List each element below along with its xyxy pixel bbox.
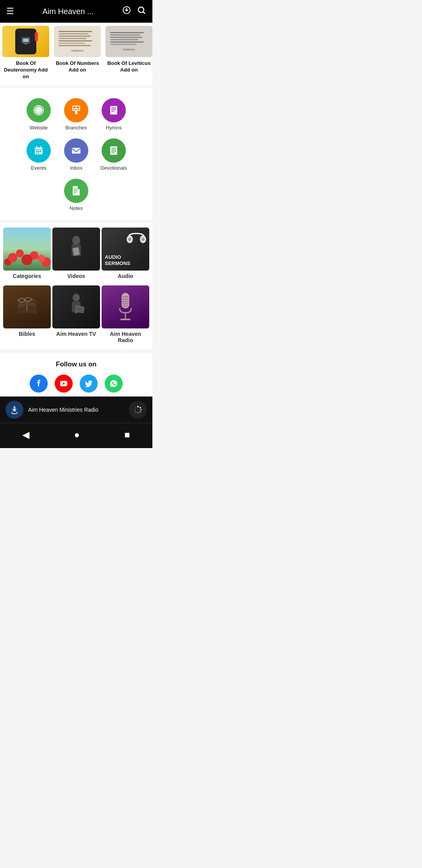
svg-rect-14 [73, 109, 75, 110]
svg-rect-4 [23, 39, 29, 42]
svg-point-64 [73, 294, 80, 301]
media-card-tv[interactable]: Aim Heaven TV [52, 285, 100, 346]
bottom-navigation: ◀ ● ■ [0, 423, 152, 448]
book-cover-numbers: Holiness [54, 26, 101, 57]
events-label: Events [31, 165, 46, 171]
media-img-videos [52, 228, 100, 271]
svg-point-87 [135, 407, 136, 408]
svg-point-68 [75, 310, 78, 314]
book-card-numbers[interactable]: Holiness Book Of Numbers Add on [52, 23, 103, 86]
menu-icon[interactable]: ☰ [6, 6, 14, 16]
icon-item-hymns[interactable]: Hymns [95, 95, 132, 135]
svg-point-82 [140, 409, 142, 411]
media-img-tv [52, 285, 100, 328]
svg-rect-5 [24, 43, 28, 44]
media-card-audio[interactable]: AUDIOSERMONS Audio [102, 228, 149, 282]
icon-item-website[interactable]: Website [20, 95, 57, 135]
icon-item-notes[interactable]: Notes [57, 176, 95, 216]
devotionals-label: Devotionals [100, 165, 127, 171]
media-img-radio [102, 285, 149, 328]
home-button[interactable]: ● [66, 428, 88, 442]
branches-icon [64, 98, 88, 122]
media-row-1: Categories Videos [2, 226, 151, 284]
book-label-numbers: Book Of Numbers Add on [54, 60, 101, 74]
svg-rect-33 [38, 153, 39, 154]
icon-item-events[interactable]: Events [20, 135, 57, 176]
svg-point-81 [139, 407, 141, 408]
notes-label: Notes [70, 205, 83, 211]
svg-point-1 [138, 7, 144, 13]
svg-point-85 [135, 411, 136, 412]
media-row-2: Bibles Aim Heaven TV [2, 284, 151, 348]
media-label-categories: Categories [13, 273, 41, 282]
media-img-audio: AUDIOSERMONS [102, 228, 149, 271]
svg-rect-34 [72, 148, 80, 154]
twitter-icon[interactable] [80, 375, 98, 393]
book-label-leviticus: Book Of Leviticus Add on [106, 60, 152, 74]
icon-item-branches[interactable]: Branches [57, 95, 95, 135]
follow-title: Follow us on [4, 360, 148, 368]
inbox-icon [64, 138, 88, 163]
hymns-label: Hymns [106, 125, 122, 131]
recent-button[interactable]: ■ [116, 428, 138, 442]
download-icon[interactable] [122, 5, 131, 17]
media-card-radio[interactable]: Aim Heaven Radio [102, 285, 149, 346]
media-card-videos[interactable]: Videos [52, 228, 100, 282]
book-card-deuteronomy[interactable]: Book Of Deuteronomy Add on [0, 23, 52, 86]
facebook-icon[interactable] [30, 375, 48, 393]
book-label-deuteronomy: Book Of Deuteronomy Add on [2, 60, 49, 80]
svg-point-86 [134, 409, 136, 411]
svg-point-80 [137, 406, 139, 407]
player-logo [5, 401, 23, 419]
svg-rect-13 [77, 106, 79, 108]
book-cards-row: Book Of Deuteronomy Add on Holiness Book… [0, 23, 152, 86]
book-cover-leviticus: Holiness [106, 26, 152, 57]
media-label-videos: Videos [67, 273, 85, 282]
svg-rect-15 [75, 109, 77, 110]
devotionals-icon [102, 138, 126, 163]
notes-icon [64, 179, 88, 203]
hymns-icon [102, 98, 126, 122]
follow-section: Follow us on [0, 350, 152, 396]
svg-rect-35 [110, 146, 117, 155]
svg-point-83 [139, 411, 141, 412]
social-icons-row [4, 375, 148, 393]
svg-rect-16 [78, 109, 79, 110]
website-icon [27, 98, 51, 122]
media-label-radio: Aim Heaven Radio [102, 331, 149, 346]
media-img-bibles [3, 285, 51, 328]
media-card-categories[interactable]: Categories [3, 228, 51, 282]
svg-rect-32 [36, 153, 38, 154]
events-icon [27, 138, 51, 163]
search-icon[interactable] [137, 5, 146, 17]
svg-point-84 [137, 412, 139, 414]
svg-rect-18 [75, 113, 77, 114]
book-card-leviticus[interactable]: Holiness Book Of Leviticus Add on [103, 23, 152, 86]
svg-line-2 [143, 12, 145, 14]
svg-line-63 [31, 299, 33, 299]
icon-grid: Website Branches [0, 86, 152, 220]
svg-point-53 [141, 238, 145, 241]
book-cover-deuteronomy [2, 26, 49, 57]
svg-rect-31 [40, 151, 41, 152]
media-card-bibles[interactable]: Bibles [3, 285, 51, 346]
svg-rect-76 [120, 319, 131, 320]
icon-item-devotionals[interactable]: Devotionals [95, 135, 132, 176]
back-button[interactable]: ◀ [14, 428, 37, 442]
whatsapp-icon[interactable] [105, 375, 123, 393]
media-label-audio: Audio [118, 273, 133, 282]
svg-point-52 [128, 238, 131, 241]
header-actions [122, 5, 146, 17]
inbox-label: Inbox [70, 165, 82, 171]
svg-point-79 [13, 409, 16, 411]
website-label: Website [30, 125, 48, 131]
svg-rect-12 [73, 106, 76, 108]
icon-item-inbox[interactable]: Inbox [57, 135, 95, 176]
svg-rect-19 [110, 106, 117, 115]
branches-label: Branches [66, 125, 87, 131]
player-star-button[interactable] [129, 401, 147, 419]
media-label-tv: Aim Heaven TV [56, 331, 96, 340]
media-img-categories [3, 228, 51, 271]
svg-point-46 [72, 236, 80, 245]
youtube-icon[interactable] [55, 375, 73, 393]
